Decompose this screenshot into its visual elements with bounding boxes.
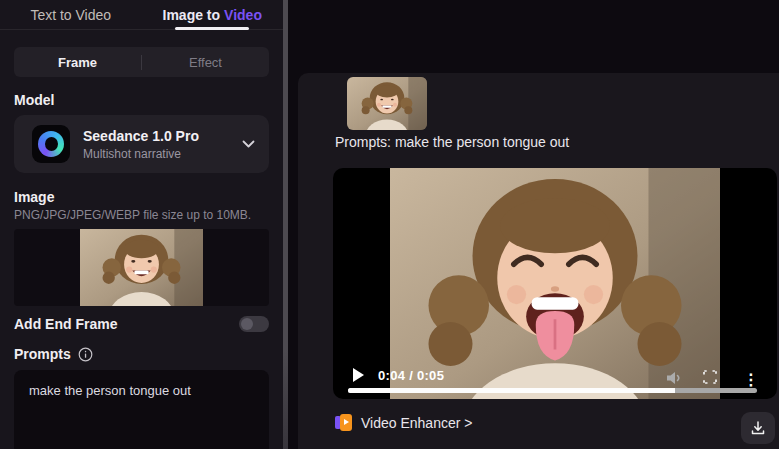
image-to-video-app: Text to Video Image to Video Frame Effec… (0, 0, 779, 449)
tab-image-to-video[interactable]: Image to Video (142, 0, 284, 29)
mode-tabs: Text to Video Image to Video (0, 0, 283, 30)
image-format-hint: PNG/JPG/JPEG/WEBP file size up to 10MB. (14, 208, 269, 222)
frame-effect-toggle: Frame Effect (14, 47, 269, 77)
effect-tab[interactable]: Effect (142, 47, 269, 77)
toggle-knob (241, 318, 253, 330)
tab-image-to-video-label: Image to (163, 7, 221, 23)
frame-tab[interactable]: Frame (14, 47, 141, 77)
uploaded-image (80, 229, 203, 306)
chevron-down-icon (242, 140, 255, 148)
progress-fill (348, 388, 675, 393)
video-enhancer-label: Video Enhancer > (361, 415, 472, 431)
tab-text-to-video[interactable]: Text to Video (0, 0, 142, 29)
input-image (347, 77, 427, 130)
add-end-frame-row: Add End Frame (14, 316, 269, 332)
add-end-frame-toggle[interactable] (239, 316, 269, 332)
model-name: Seedance 1.0 Pro (83, 128, 199, 144)
video-enhancer-icon (335, 414, 352, 431)
generation-area: Prompts: make the person tongue out 0:04… (288, 0, 779, 449)
seedance-ring-hole (45, 137, 58, 151)
sidebar: Text to Video Image to Video Frame Effec… (0, 0, 283, 449)
prompt-input[interactable]: make the person tongue out (14, 370, 269, 449)
video-enhancer-link[interactable]: Video Enhancer > (335, 414, 472, 431)
tab-text-to-video-label: Text to Video (30, 7, 111, 23)
play-button[interactable] (353, 368, 364, 382)
image-upload-preview[interactable] (14, 229, 269, 306)
model-texts: Seedance 1.0 Pro Multishot narrative (83, 128, 199, 161)
volume-icon[interactable] (666, 371, 683, 385)
prompts-label-row: Prompts (14, 346, 269, 362)
prompts-label: Prompts (14, 346, 71, 362)
input-image-thumbnail[interactable] (347, 77, 427, 130)
info-icon[interactable] (78, 347, 93, 362)
time-display: 0:04 / 0:05 (378, 368, 444, 383)
more-options-icon[interactable]: ⋮ (743, 372, 759, 388)
prompt-caption: Prompts: make the person tongue out (335, 134, 569, 150)
add-end-frame-label: Add End Frame (14, 316, 117, 332)
model-subtitle: Multishot narrative (83, 147, 199, 161)
generated-video (390, 168, 720, 399)
active-tab-underline (175, 27, 249, 30)
fullscreen-icon[interactable] (703, 370, 717, 384)
image-section-label: Image (14, 189, 269, 205)
download-button[interactable] (741, 412, 775, 444)
seedance-logo-icon (32, 125, 70, 163)
video-player[interactable]: 0:04 / 0:05 ⋮ (333, 168, 777, 399)
download-icon (750, 420, 766, 436)
model-section-label: Model (14, 92, 269, 108)
tab-image-to-video-accent: Video (224, 7, 262, 23)
result-panel: Prompts: make the person tongue out 0:04… (298, 73, 779, 449)
enhancer-play-glyph (344, 419, 349, 425)
model-selector[interactable]: Seedance 1.0 Pro Multishot narrative (14, 115, 269, 173)
progress-bar[interactable] (348, 388, 757, 393)
